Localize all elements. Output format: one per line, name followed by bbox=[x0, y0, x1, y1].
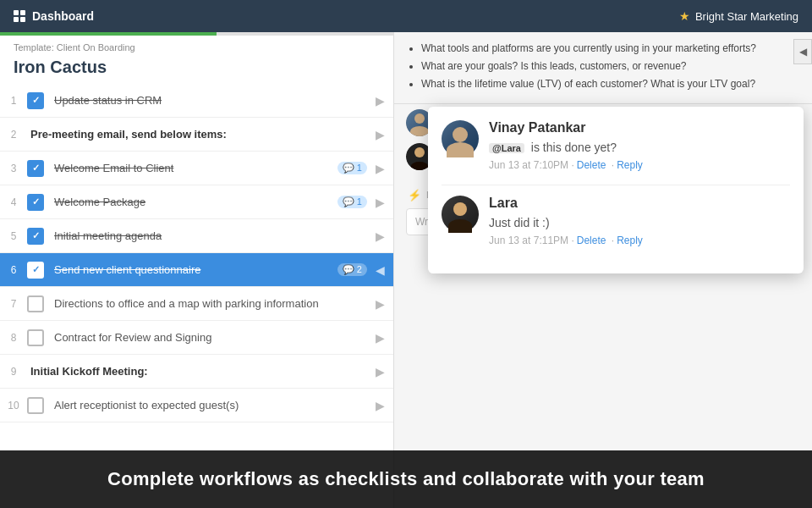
task-checkbox[interactable] bbox=[27, 228, 44, 245]
task-label: Welcome Email to Client bbox=[51, 153, 337, 183]
task-checkbox[interactable] bbox=[27, 397, 44, 414]
bottom-banner-text: Complete workflows as checklists and col… bbox=[107, 468, 705, 490]
popup-delete-2[interactable]: Delete bbox=[577, 235, 606, 246]
task-row[interactable]: 3Welcome Email to Client💬 1▶ bbox=[0, 152, 393, 185]
task-number: 4 bbox=[0, 188, 27, 217]
task-label: Contract for Review and Signing bbox=[51, 323, 372, 352]
task-number: 9 bbox=[0, 357, 27, 386]
dashboard-logo[interactable]: Dashboard bbox=[14, 9, 94, 23]
task-number: 5 bbox=[0, 222, 27, 251]
task-label: Alert receptionist to expected guest(s) bbox=[51, 390, 372, 420]
popup-comment-2-content: Lara Just did it :) Jun 13 at 7:11PM ·De… bbox=[489, 196, 790, 246]
brand-name: Bright Star Marketing bbox=[695, 10, 798, 23]
progress-bar-fill bbox=[0, 32, 217, 36]
task-badge: 💬 1 bbox=[337, 196, 367, 208]
task-list: 1Update status in CRM▶2Pre-meeting email… bbox=[0, 84, 393, 483]
task-arrow-icon[interactable]: ▶ bbox=[376, 162, 385, 175]
task-row[interactable]: 7Directions to office and a map with par… bbox=[0, 287, 393, 321]
task-arrow-icon[interactable]: ▶ bbox=[376, 399, 385, 412]
left-panel: Template: Client On Boarding Iron Cactus… bbox=[0, 32, 394, 508]
task-label: Pre-meeting email, send below items: bbox=[27, 119, 372, 149]
question-list: What tools and platforms are you current… bbox=[406, 41, 800, 93]
bottom-banner: Complete workflows as checklists and col… bbox=[0, 450, 812, 508]
task-row[interactable]: 2Pre-meeting email, send below items:▶ bbox=[0, 118, 393, 152]
popup-date-1: Jun 13 at 7:10PM bbox=[489, 159, 568, 171]
lightning-icon: ⚡ bbox=[408, 189, 421, 202]
popup-date-2: Jun 13 at 7:11PM bbox=[489, 235, 568, 246]
task-label: Initial meeting agenda bbox=[51, 221, 372, 251]
task-arrow-icon[interactable]: ▶ bbox=[376, 331, 385, 345]
task-row[interactable]: 10Alert receptionist to expected guest(s… bbox=[0, 389, 393, 422]
dashboard-grid-icon bbox=[14, 10, 25, 22]
popup-reply-2[interactable]: Reply bbox=[617, 235, 643, 246]
popup-comment-1: Vinay Patankar @Lara is this done yet? J… bbox=[442, 120, 790, 171]
app-header: Dashboard ★ Bright Star Marketing bbox=[0, 0, 812, 32]
scroll-right-button[interactable]: ◀ bbox=[793, 39, 812, 64]
popup-author-2: Lara bbox=[489, 196, 790, 211]
task-checkbox[interactable] bbox=[27, 194, 44, 211]
task-row[interactable]: 1Update status in CRM▶ bbox=[0, 84, 393, 118]
task-row[interactable]: 6Send new client questionnaire💬 2◀ bbox=[0, 253, 393, 287]
task-number: 8 bbox=[0, 323, 27, 352]
popup-delete-1[interactable]: Delete bbox=[577, 159, 606, 171]
task-row[interactable]: 8Contract for Review and Signing▶ bbox=[0, 321, 393, 355]
avatar-lara bbox=[442, 196, 479, 233]
task-row[interactable]: 9Initial Kickoff Meeting:▶ bbox=[0, 355, 393, 389]
task-label: Update status in CRM bbox=[51, 86, 372, 115]
task-badge: 💬 1 bbox=[337, 162, 367, 174]
question-item: What is the lifetime value (LTV) of each… bbox=[421, 76, 800, 92]
popup-reply-1[interactable]: Reply bbox=[617, 159, 643, 171]
task-checkbox[interactable] bbox=[27, 329, 44, 346]
task-number: 2 bbox=[0, 120, 27, 149]
task-row[interactable]: 5Initial meeting agenda▶ bbox=[0, 219, 393, 253]
task-label: Welcome Package bbox=[51, 187, 337, 217]
task-arrow-icon[interactable]: ▶ bbox=[376, 196, 385, 209]
questionnaire-content: What tools and platforms are you current… bbox=[394, 32, 812, 103]
at-mention-lara: @Lara bbox=[489, 143, 524, 153]
popup-text-2: Just did it :) bbox=[489, 216, 790, 229]
template-label: Template: Client On Boarding bbox=[0, 36, 393, 54]
question-item: What tools and platforms are you current… bbox=[421, 41, 800, 57]
popup-meta-2: Jun 13 at 7:11PM ·Delete ·Reply bbox=[489, 235, 790, 246]
task-label: Send new client questionnaire bbox=[51, 255, 337, 284]
task-checkbox[interactable] bbox=[27, 262, 44, 279]
task-label: Initial Kickoff Meeting: bbox=[27, 356, 372, 386]
task-number: 7 bbox=[0, 290, 27, 318]
task-arrow-icon[interactable]: ▶ bbox=[376, 229, 385, 243]
project-title: Iron Cactus bbox=[0, 54, 393, 84]
task-arrow-icon[interactable]: ▶ bbox=[376, 365, 385, 378]
task-arrow-icon[interactable]: ▶ bbox=[376, 297, 385, 311]
popup-comment-2: Lara Just did it :) Jun 13 at 7:11PM ·De… bbox=[442, 196, 790, 246]
task-number: 6 bbox=[0, 256, 27, 284]
task-number: 1 bbox=[0, 86, 27, 115]
question-item: What are your goals? Is this leads, cust… bbox=[421, 58, 800, 75]
task-arrow-icon[interactable]: ▶ bbox=[376, 94, 385, 108]
dashboard-label: Dashboard bbox=[32, 9, 94, 23]
task-checkbox[interactable] bbox=[27, 160, 44, 177]
task-badge: 💬 2 bbox=[337, 263, 367, 276]
avatar-vinay bbox=[442, 120, 479, 157]
task-arrow-icon[interactable]: ▶ bbox=[376, 128, 385, 141]
star-icon: ★ bbox=[679, 9, 690, 23]
progress-bar-container bbox=[0, 32, 393, 36]
popup-author-1: Vinay Patankar bbox=[489, 120, 790, 135]
popup-comment-1-content: Vinay Patankar @Lara is this done yet? J… bbox=[489, 120, 790, 171]
popup-divider bbox=[442, 185, 790, 185]
task-checkbox[interactable] bbox=[27, 92, 44, 109]
brand-label: ★ Bright Star Marketing bbox=[679, 9, 798, 23]
comment-popup-card: Vinay Patankar @Lara is this done yet? J… bbox=[428, 107, 804, 273]
task-checkbox[interactable] bbox=[27, 295, 44, 312]
task-row[interactable]: 4Welcome Package💬 1▶ bbox=[0, 185, 393, 219]
popup-text-rest-1: is this done yet? bbox=[531, 141, 617, 154]
task-label: Directions to office and a map with park… bbox=[51, 289, 372, 318]
popup-text-1: @Lara is this done yet? bbox=[489, 141, 790, 154]
task-arrow-icon[interactable]: ◀ bbox=[376, 263, 385, 277]
task-number: 10 bbox=[0, 391, 27, 420]
task-number: 3 bbox=[0, 154, 27, 183]
popup-meta-1: Jun 13 at 7:10PM ·Delete ·Reply bbox=[489, 159, 790, 171]
